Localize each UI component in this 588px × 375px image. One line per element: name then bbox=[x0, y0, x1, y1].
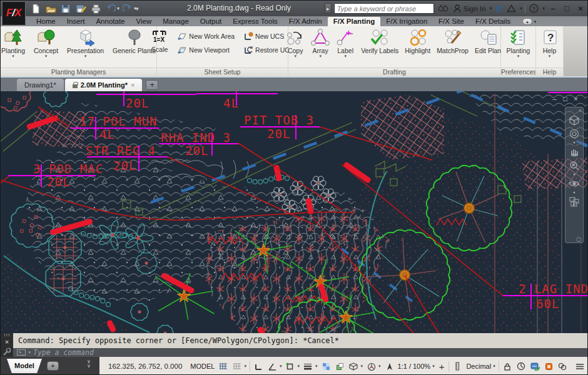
units-ruler-icon[interactable] bbox=[452, 361, 463, 372]
polar-dropdown-icon[interactable]: ▾ bbox=[280, 364, 282, 369]
help-button[interactable]: ? Help▾ bbox=[538, 27, 562, 59]
isolate-objects-icon[interactable] bbox=[516, 361, 527, 372]
drawing-minimize-icon[interactable]: – bbox=[550, 94, 559, 102]
app-menu-button[interactable]: F/X bbox=[2, 1, 26, 25]
zoom-icon[interactable] bbox=[567, 159, 581, 172]
zoom-dropdown-icon[interactable]: ▾ bbox=[573, 173, 575, 176]
tab-fx-site[interactable]: F/X Site bbox=[433, 17, 470, 26]
lock-ui-icon[interactable] bbox=[502, 361, 513, 372]
add-scales-icon[interactable]: + bbox=[438, 361, 446, 372]
qat-customize-icon[interactable]: ▾ bbox=[136, 6, 139, 12]
annotation-visibility-icon[interactable] bbox=[384, 361, 395, 372]
communication-dropdown-icon[interactable]: ▾ bbox=[520, 6, 522, 11]
presentation-button[interactable]: Presentation▾ bbox=[64, 27, 106, 59]
dynamic-ucs-dropdown-icon[interactable]: ▾ bbox=[378, 364, 381, 369]
drawing-close-icon[interactable]: × bbox=[572, 94, 580, 102]
plot-button[interactable] bbox=[89, 2, 103, 15]
pan-icon[interactable] bbox=[567, 146, 581, 158]
array-button[interactable]: Array▾ bbox=[308, 27, 332, 59]
osnap-dropdown-icon[interactable]: ▾ bbox=[297, 364, 300, 369]
clean-screen-icon[interactable] bbox=[557, 361, 568, 372]
grid-dropdown-icon[interactable]: ▾ bbox=[244, 364, 246, 369]
new-work-area-button[interactable]: New Work Area bbox=[175, 31, 236, 42]
polar-tracking-icon[interactable] bbox=[267, 361, 278, 372]
3d-osnap-icon[interactable] bbox=[348, 361, 359, 372]
command-close-icon[interactable]: × bbox=[5, 338, 9, 346]
wheel-dropdown-icon[interactable]: ▾ bbox=[573, 141, 575, 144]
coordinates-display[interactable]: 162.325, 26.752, 0.000 bbox=[103, 362, 187, 370]
concept-button[interactable]: Concept▾ bbox=[31, 27, 61, 59]
tab-home[interactable]: Home bbox=[31, 17, 61, 26]
lineweight-dropdown-icon[interactable]: ▾ bbox=[315, 364, 318, 369]
save-as-button[interactable] bbox=[74, 2, 88, 15]
drawing-restore-icon[interactable]: □ bbox=[561, 94, 569, 102]
new-layout-button[interactable]: + bbox=[47, 361, 59, 371]
layout-overflow-icon[interactable]: ∨∨ bbox=[87, 359, 91, 368]
planting-preferences-button[interactable]: Planting▾ bbox=[504, 27, 533, 59]
tab-express-tools[interactable]: Express Tools bbox=[227, 17, 283, 26]
edit-plant-button[interactable]: Edit Plant bbox=[472, 27, 505, 55]
search-input[interactable] bbox=[334, 3, 434, 14]
showmotion-icon[interactable] bbox=[567, 196, 581, 208]
drawing-canvas[interactable]: MAN20L4L17 POL MUN4LRHA IND 320LPIT TOB … bbox=[1, 91, 588, 333]
search-icon[interactable] bbox=[437, 3, 450, 14]
tab-annotate[interactable]: Annotate bbox=[90, 17, 130, 26]
command-input[interactable] bbox=[33, 348, 588, 357]
save-button[interactable] bbox=[59, 2, 73, 15]
copy-button[interactable]: Copy▾ bbox=[283, 27, 307, 59]
command-tools-icon[interactable] bbox=[3, 348, 11, 356]
orbit-icon[interactable] bbox=[567, 178, 581, 190]
command-prompt-icon[interactable]: >_ bbox=[17, 349, 26, 356]
sign-in-dropdown-icon[interactable]: ▾ bbox=[490, 6, 492, 11]
matchprop-button[interactable]: MatchProp bbox=[434, 27, 471, 55]
units-button[interactable]: Decimal bbox=[466, 362, 491, 370]
maximize-button[interactable]: □ bbox=[561, 4, 572, 13]
navigation-wheel-icon[interactable] bbox=[567, 128, 581, 140]
model-space-button[interactable]: MODEL bbox=[190, 362, 215, 370]
tab-fx-irrigation[interactable]: F/X Irrigation bbox=[380, 17, 433, 26]
new-drawing-tab-button[interactable]: + bbox=[146, 80, 158, 90]
tab-fx-details[interactable]: F/X Details bbox=[470, 17, 516, 26]
tab-fx-admin[interactable]: F/X Admin bbox=[283, 17, 328, 26]
tab-insert[interactable]: Insert bbox=[61, 17, 91, 26]
sign-in-button[interactable]: Sign In bbox=[452, 4, 487, 13]
new-viewport-button[interactable]: New Viewport bbox=[175, 44, 236, 56]
redo-button[interactable] bbox=[121, 2, 134, 15]
ortho-icon[interactable] bbox=[253, 361, 264, 372]
search-expand-icon[interactable]: ▸ bbox=[325, 3, 332, 14]
snap-grid-icon[interactable] bbox=[218, 361, 228, 372]
tab-fx-planting[interactable]: F/X Planting bbox=[328, 17, 380, 26]
transparency-icon[interactable] bbox=[321, 361, 332, 372]
minimize-button[interactable]: – bbox=[547, 4, 559, 13]
exchange-apps-icon[interactable]: X bbox=[495, 4, 503, 14]
file-tab-drawing1[interactable]: Drawing1* bbox=[17, 79, 64, 91]
navbar-close-icon[interactable]: × bbox=[579, 108, 582, 113]
tab-view[interactable]: View bbox=[131, 17, 158, 26]
undo-dropdown-icon[interactable]: ▾ bbox=[117, 6, 119, 11]
command-recent-icon[interactable]: ▾ bbox=[28, 350, 31, 355]
file-tab-2om-planting[interactable]: 2.0M Planting* × bbox=[65, 79, 143, 91]
osnap-icon[interactable] bbox=[285, 361, 295, 372]
units-dropdown-icon[interactable]: ▾ bbox=[493, 364, 495, 369]
lineweight-icon[interactable] bbox=[303, 361, 313, 372]
open-button[interactable] bbox=[44, 2, 58, 15]
scale-button[interactable]: 1=X Scale bbox=[149, 27, 170, 54]
scale-dropdown-icon[interactable]: ▾ bbox=[432, 364, 435, 369]
model-layout-tab[interactable]: Model bbox=[7, 359, 42, 373]
label-button[interactable]: Label▾ bbox=[333, 27, 357, 59]
ribbon-collapse-button[interactable]: ▴▾ bbox=[522, 18, 536, 26]
help-dropdown-icon[interactable]: ▾ bbox=[542, 6, 545, 11]
selection-cycling-icon[interactable] bbox=[335, 361, 345, 372]
tab-output[interactable]: Output bbox=[195, 17, 228, 26]
highlight-button[interactable]: Highlight bbox=[402, 27, 433, 55]
planting-manager-button[interactable]: Planting▾ bbox=[0, 27, 28, 59]
new-drawing-button[interactable] bbox=[29, 2, 43, 15]
viewcube-icon[interactable] bbox=[567, 114, 581, 126]
dynamic-ucs-icon[interactable] bbox=[366, 361, 377, 372]
command-grip[interactable] bbox=[4, 334, 10, 336]
orbit-dropdown-icon[interactable]: ▾ bbox=[573, 191, 575, 194]
navbar-options-icon[interactable]: ◯ bbox=[576, 237, 581, 242]
tab-manage[interactable]: Manage bbox=[157, 17, 195, 26]
annotation-scale-button[interactable]: 1:1 / 100% bbox=[398, 362, 431, 370]
undo-button[interactable] bbox=[104, 2, 118, 15]
